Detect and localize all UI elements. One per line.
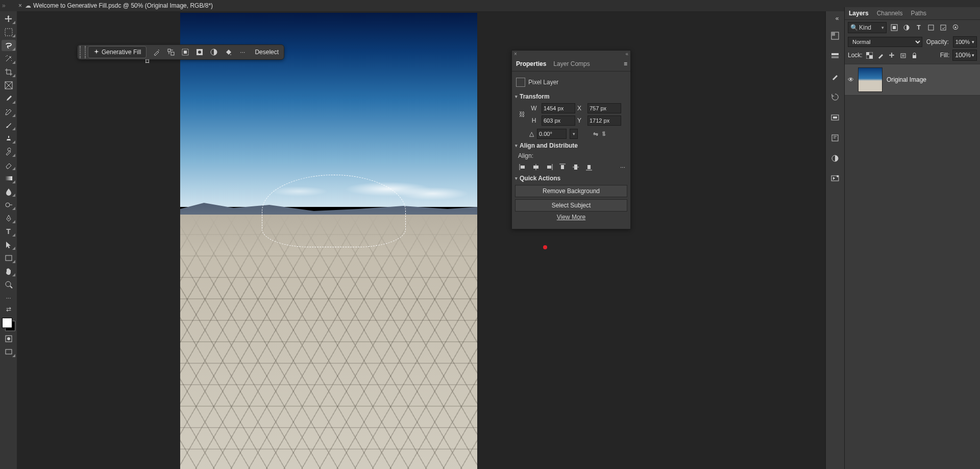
clone-stamp-tool[interactable] (2, 133, 16, 144)
align-hcenter-icon[interactable] (531, 162, 541, 172)
expand-chevrons-icon[interactable]: » (2, 2, 6, 9)
panel-menu-icon[interactable]: ≡ (624, 60, 627, 67)
flip-horizontal-icon[interactable]: ⇋ (593, 130, 598, 137)
panel-collapse-icon[interactable]: « (625, 51, 628, 57)
zoom-tool[interactable] (2, 279, 16, 290)
link-wh-icon[interactable]: ⛓ (518, 111, 526, 118)
brushes-panel-icon[interactable] (829, 71, 841, 83)
adjustment-layer-icon[interactable] (208, 46, 220, 58)
healing-brush-tool[interactable] (2, 106, 16, 118)
tab-properties[interactable]: Properties (516, 60, 546, 67)
panel-close-icon[interactable]: × (514, 51, 517, 57)
edit-toolbar[interactable]: ⇄ (2, 306, 16, 313)
fill-field[interactable]: 100%▾ (952, 50, 977, 61)
eyedropper-tool[interactable] (2, 93, 16, 104)
select-subject-button[interactable]: Select Subject (515, 199, 627, 212)
dodge-tool[interactable] (2, 199, 16, 210)
tab-layers[interactable]: Layers (849, 10, 869, 17)
input-y[interactable] (587, 115, 621, 126)
section-transform[interactable]: Transform (515, 93, 627, 100)
input-x[interactable] (587, 103, 621, 113)
lock-pixels-icon[interactable] (877, 51, 885, 59)
blur-tool[interactable] (2, 186, 16, 197)
color-swatches[interactable] (2, 318, 15, 331)
brush-selection-icon[interactable] (151, 46, 163, 58)
lock-nested-icon[interactable] (899, 51, 908, 59)
tab-layer-comps[interactable]: Layer Comps (553, 60, 590, 67)
collapse-chevrons-icon[interactable]: « (831, 15, 843, 21)
contextual-taskbar[interactable]: Generative Fill ··· Deselect (77, 44, 284, 60)
input-angle[interactable] (537, 129, 567, 139)
align-vcenter-icon[interactable] (571, 162, 580, 172)
more-tools-icon[interactable]: ··· (2, 292, 16, 303)
filter-adjustment-icon[interactable] (902, 23, 911, 32)
move-tool[interactable] (2, 13, 16, 25)
grip-icon[interactable] (80, 46, 86, 58)
more-options-icon[interactable]: ··· (236, 46, 249, 58)
marquee-tool[interactable] (2, 27, 16, 38)
color-panel-icon[interactable] (829, 30, 841, 42)
input-width[interactable] (542, 103, 575, 113)
opacity-field[interactable]: 100%▾ (953, 36, 977, 48)
lock-transparency-icon[interactable] (866, 51, 874, 59)
filter-toggle-icon[interactable]: ⦿ (951, 23, 960, 32)
view-more-link[interactable]: View More (515, 214, 627, 221)
section-align[interactable]: Align and Distribute (515, 142, 627, 149)
filter-pixel-icon[interactable] (890, 23, 899, 32)
visibility-icon[interactable]: 👁 (848, 76, 854, 83)
brush-tool[interactable] (2, 120, 16, 131)
filter-shape-icon[interactable] (926, 23, 936, 32)
lock-all-icon[interactable] (911, 51, 919, 59)
hand-tool[interactable] (2, 266, 16, 277)
tab-channels[interactable]: Channels (877, 10, 903, 17)
align-bottom-icon[interactable] (584, 162, 594, 172)
section-quick-actions[interactable]: Quick Actions (515, 175, 627, 182)
align-right-icon[interactable] (545, 162, 554, 172)
layer-filter-kind[interactable]: 🔍 Kind ▾ (848, 22, 887, 33)
input-height[interactable] (542, 115, 575, 126)
flip-vertical-icon[interactable]: ⥮ (601, 130, 606, 137)
fill-icon[interactable] (222, 46, 234, 58)
pen-tool[interactable] (2, 213, 16, 224)
comments-panel-icon[interactable] (829, 173, 841, 185)
layer-name[interactable]: Original Image (887, 76, 926, 83)
generative-fill-button[interactable]: Generative Fill (88, 46, 146, 58)
info-panel-icon[interactable] (829, 132, 841, 144)
history-panel-icon[interactable] (829, 91, 841, 103)
history-brush-tool[interactable] (2, 146, 16, 157)
magic-wand-tool[interactable] (2, 53, 16, 64)
type-tool[interactable]: T (2, 226, 16, 237)
align-more-icon[interactable]: ··· (618, 162, 627, 172)
close-tab-icon[interactable]: × (18, 2, 22, 9)
adjustments-panel-icon[interactable] (829, 152, 841, 165)
svg-rect-8 (6, 255, 12, 261)
libraries-panel-icon[interactable] (829, 111, 841, 124)
blend-mode-select[interactable]: Normal (848, 37, 922, 47)
canvas-area[interactable]: Generative Fill ··· Deselect ⌑ (17, 11, 826, 469)
angle-dropdown-icon[interactable]: ▾ (570, 129, 578, 139)
layer-row[interactable]: 👁 Original Image (845, 64, 980, 96)
transform-selection-icon[interactable] (165, 46, 177, 58)
crop-tool[interactable] (2, 66, 16, 78)
deselect-button[interactable]: Deselect (250, 49, 284, 56)
filter-type-icon[interactable]: T (914, 23, 923, 32)
quick-mask-icon[interactable] (2, 333, 16, 344)
swatches-panel-icon[interactable] (829, 50, 841, 62)
lock-position-icon[interactable] (888, 51, 896, 59)
layer-thumbnail[interactable] (858, 67, 883, 92)
gradient-tool[interactable] (2, 173, 16, 184)
mask-icon[interactable] (193, 46, 206, 58)
screen-mode-icon[interactable] (2, 346, 16, 358)
remove-background-button[interactable]: Remove Background (515, 185, 627, 197)
align-left-icon[interactable] (518, 162, 527, 172)
filter-smart-icon[interactable] (939, 23, 948, 32)
eraser-tool[interactable] (2, 159, 16, 171)
lasso-tool[interactable] (2, 40, 16, 51)
frame-tool[interactable] (2, 80, 16, 91)
path-selection-tool[interactable] (2, 239, 16, 250)
tab-paths[interactable]: Paths (911, 10, 926, 17)
svg-point-6 (6, 203, 10, 207)
invert-selection-icon[interactable] (179, 46, 191, 58)
shape-tool[interactable] (2, 252, 16, 264)
align-top-icon[interactable] (558, 162, 567, 172)
